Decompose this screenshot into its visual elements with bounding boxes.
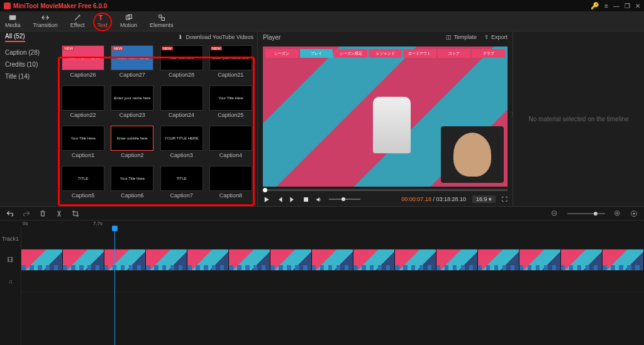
nav-label: Media (5, 22, 21, 28)
nav-label: Elements (150, 22, 174, 28)
caption-thumb[interactable]: Enter your name hereNEWCaption21 (208, 45, 253, 83)
caption-thumb[interactable]: Your Text HereNEWCaption28 (159, 45, 204, 83)
playhead[interactable] (114, 228, 115, 345)
app-icon (4, 3, 11, 9)
caption-thumb[interactable]: YOUR TEXT HERENEWCaption26 (60, 45, 106, 83)
next-frame-icon[interactable] (289, 196, 296, 203)
template-button[interactable]: ◫ Template (446, 34, 477, 40)
nav-label: Motion (120, 22, 137, 28)
main-toolbar: Media Transition Effect T Text Motion El… (0, 11, 644, 31)
caption-thumb[interactable]: TITLECaption7 (159, 166, 204, 204)
nav-motion[interactable]: Motion (120, 14, 137, 28)
svg-point-9 (633, 212, 635, 214)
seek-bar[interactable] (263, 189, 508, 191)
caption-thumb[interactable]: Your Title HereCaption1 (60, 126, 106, 163)
timeline-panel: 0s 7,7s Track1 🎞 ♫ (0, 206, 644, 345)
nav-label: Effect (70, 22, 85, 28)
maximize-icon[interactable]: ❐ (625, 3, 630, 9)
no-selection-text: No material selected on the timeline (529, 116, 629, 123)
nav-label: Transition (33, 22, 58, 28)
download-icon: ⬇ (178, 34, 183, 40)
total-time: 03:18:28.10 (436, 196, 466, 202)
caption-thumb[interactable]: TITLECaption5 (60, 166, 106, 204)
close-icon[interactable]: ✕ (635, 3, 640, 9)
thumbnail-grid: YOUR TEXT HERENEWCaption26YOUR TEXT HERE… (57, 43, 257, 206)
titlebar: MiniTool MovieMaker Free 6.0.0 🔑 ≡ — ❐ ✕ (0, 0, 644, 11)
fullscreen-icon[interactable]: ⛶ (502, 196, 508, 202)
text-icon: T (99, 14, 106, 21)
play-icon[interactable] (263, 196, 270, 203)
caption-thumb[interactable]: Enter subtitle hereCaption2 (109, 126, 155, 163)
caption-thumb[interactable]: YOUR TITLE HERECaption3 (159, 126, 204, 163)
caption-thumb[interactable]: Your Title HereCaption6 (109, 166, 155, 204)
tab-all[interactable]: All (52) (5, 33, 25, 42)
caption-thumb[interactable]: Caption24 (159, 85, 204, 123)
key-icon[interactable]: 🔑 (591, 2, 599, 10)
svg-rect-0 (9, 15, 16, 20)
prev-frame-icon[interactable] (276, 196, 283, 203)
category-list: Caption (28) Credits (10) Title (14) (0, 43, 57, 206)
stop-icon[interactable] (303, 196, 309, 203)
aspect-selector[interactable]: 16:9 ▾ (472, 195, 496, 203)
player-title: Player (263, 34, 280, 41)
current-time: 00:00:07.18 (401, 196, 431, 202)
caption-thumb[interactable]: YOUR TEXT HERENEWCaption27 (109, 45, 155, 83)
nav-media[interactable]: Media (5, 14, 21, 28)
assets-panel: All (52) ⬇ Download YouTube Videos Capti… (0, 31, 258, 206)
minimize-icon[interactable]: — (613, 3, 619, 9)
cat-title[interactable]: Title (14) (4, 70, 53, 82)
nav-effect[interactable]: Effect (70, 14, 85, 28)
svg-rect-5 (304, 197, 308, 202)
zoom-out-icon[interactable] (551, 210, 558, 217)
svg-point-3 (158, 15, 162, 18)
download-youtube-link[interactable]: ⬇ Download YouTube Videos (178, 34, 253, 40)
volume-slider[interactable] (329, 199, 360, 200)
player-panel: Player ◫ Template ⇪ Export シーズンプレイシーズン限定… (258, 31, 513, 206)
delete-icon[interactable] (39, 210, 47, 217)
caption-thumb[interactable]: Caption22 (60, 85, 106, 123)
chevron-left-icon[interactable]: 〉 (511, 110, 517, 119)
nav-label: Text (97, 22, 108, 28)
audio-track-icon[interactable]: ♫ (0, 271, 21, 292)
cat-caption[interactable]: Caption (28) (4, 47, 53, 58)
zoom-slider[interactable] (567, 213, 605, 214)
export-button[interactable]: ⇪ Export (484, 34, 508, 40)
nav-text[interactable]: T Text (97, 14, 108, 28)
app-title: MiniTool MovieMaker Free 6.0.0 (13, 3, 107, 9)
caption-thumb[interactable]: Caption8 (208, 166, 253, 204)
crop-icon[interactable] (72, 210, 79, 217)
caption-thumb[interactable]: Caption4 (208, 126, 253, 163)
properties-panel: 〉 No material selected on the timeline (513, 31, 644, 206)
volume-icon[interactable] (316, 196, 323, 203)
track-label: Track1 (0, 228, 21, 249)
nav-elements[interactable]: Elements (150, 14, 174, 28)
caption-thumb[interactable]: Enter your name hereCaption23 (109, 85, 155, 123)
svg-rect-4 (162, 18, 165, 21)
cat-credits[interactable]: Credits (10) (4, 58, 53, 70)
caption-thumb[interactable]: Your Title HereCaption25 (208, 85, 253, 123)
nav-transition[interactable]: Transition (33, 14, 58, 28)
zoom-in-icon[interactable] (614, 210, 621, 217)
menu-icon[interactable]: ≡ (604, 3, 608, 9)
fit-icon[interactable] (630, 210, 638, 217)
split-icon[interactable] (55, 210, 63, 217)
video-track-icon[interactable]: 🎞 (0, 249, 21, 271)
redo-icon[interactable] (23, 210, 30, 217)
undo-icon[interactable] (6, 210, 14, 217)
video-preview[interactable]: シーズンプレイシーズン限定レジェンドロードアウトストアクラブ (263, 47, 508, 187)
